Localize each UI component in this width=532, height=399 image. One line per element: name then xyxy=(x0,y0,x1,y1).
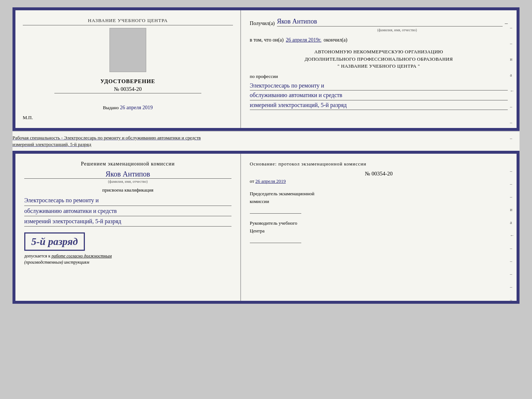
org-line1: АВТОНОМНУЮ НЕКОММЕРЧЕСКУЮ ОРГАНИЗАЦИЮ xyxy=(250,48,508,56)
admit-italic2: (производственным) инструкциям xyxy=(24,260,89,265)
org-text: АВТОНОМНУЮ НЕКОММЕРЧЕСКУЮ ОРГАНИЗАЦИЮ ДО… xyxy=(250,48,508,70)
admit-prefix: допускается к xyxy=(24,253,50,259)
chairman-label2: комиссии xyxy=(250,198,508,206)
cert-number: № 00354-20 xyxy=(54,86,201,93)
protocol-date-prefix: от xyxy=(250,178,254,184)
admit-italic: работе согласно должностным xyxy=(51,253,112,259)
issued-label: Выдано xyxy=(103,105,119,110)
rank-box: 5-й разряд xyxy=(24,232,85,251)
recipient-label: Получил(а) xyxy=(250,21,275,26)
profession-line2: обслуживанию автоматики и средств xyxy=(250,90,508,100)
recipient-dash: – xyxy=(505,20,508,26)
org-line2: ДОПОЛНИТЕЛЬНОГО ПРОФЕССИОНАЛЬНОГО ОБРАЗО… xyxy=(250,56,508,63)
director-sig-line xyxy=(250,236,301,243)
decision-text: Решением экаменационной комиссии xyxy=(24,161,231,167)
side-dashes: – – и а ← – – – xyxy=(510,25,514,141)
bottom-right-panel: Основание: протокол экзаменационной коми… xyxy=(241,154,517,301)
top-left-panel: НАЗВАНИЕ УЧЕБНОГО ЦЕНТРА УДОСТОВЕРЕНИЕ №… xyxy=(15,10,241,128)
director-label2: Центра xyxy=(250,227,508,235)
recipient-line: Получил(а) Яков Антипов – xyxy=(250,18,508,26)
qual-line2: обслуживанию автоматики и средств xyxy=(24,206,231,216)
protocol-date-line: от 26 апреля 2019 xyxy=(250,178,508,184)
recipient-sublabel: (фамилия, имя, отчество) xyxy=(287,28,508,32)
basis-text: Основание: протокол экзаменационной коми… xyxy=(250,161,508,167)
photo-placeholder xyxy=(109,28,146,72)
top-document: НАЗВАНИЕ УЧЕБНОГО ЦЕНТРА УДОСТОВЕРЕНИЕ №… xyxy=(12,7,520,131)
mp-label: М.П. xyxy=(23,115,33,121)
separator-section: Рабочая специальность - Электрослесарь п… xyxy=(12,132,520,151)
rank-text: 5-й разряд xyxy=(31,236,78,247)
admit-line: допускается к работе согласно должностны… xyxy=(24,253,231,266)
document-wrapper: НАЗВАНИЕ УЧЕБНОГО ЦЕНТРА УДОСТОВЕРЕНИЕ №… xyxy=(12,7,520,304)
top-center-title: НАЗВАНИЕ УЧЕБНОГО ЦЕНТРА xyxy=(23,18,233,25)
confirm-suffix: окончил(а) xyxy=(324,37,348,43)
top-right-panel: Получил(а) Яков Антипов – (фамилия, имя,… xyxy=(241,10,517,128)
org-line3: " НАЗВАНИЕ УЧЕБНОГО ЦЕНТРА " xyxy=(250,63,508,70)
confirm-line: в том, что он(а) 26 апреля 2019г. окончи… xyxy=(250,37,508,43)
person-sublabel: (фамилия, имя, отчество) xyxy=(24,179,231,184)
qualification-label: присвоена квалификация xyxy=(24,187,231,193)
bottom-left-panel: Решением экаменационной комиссии Яков Ан… xyxy=(15,154,241,301)
director-block: Руководитель учебного Центра xyxy=(250,220,508,243)
separator-line2: измерений электростанций, 5-й разряд xyxy=(12,141,520,148)
issued-date: 26 апреля 2019 xyxy=(120,105,153,110)
bottom-right-dashes: – – – и а ← – – – – – xyxy=(510,168,514,303)
bottom-document: Решением экаменационной комиссии Яков Ан… xyxy=(12,151,520,304)
profession-label: по профессии xyxy=(250,74,508,79)
qual-line1: Электрослесарь по ремонту и xyxy=(24,195,231,206)
confirm-prefix: в том, что он(а) xyxy=(250,37,284,43)
cert-title: УДОСТОВЕРЕНИЕ xyxy=(23,78,233,85)
qual-line3: измерений электростанций, 5-й разряд xyxy=(24,216,231,227)
issued-line: Выдано 26 апреля 2019 xyxy=(23,105,233,111)
chairman-label: Председатель экзаменационной xyxy=(250,190,508,198)
recipient-name: Яков Антипов xyxy=(277,18,503,26)
chairman-sig-line xyxy=(250,207,301,214)
profession-line1: Электрослесарь по ремонту и xyxy=(250,81,508,91)
separator-line1: Рабочая специальность - Электрослесарь п… xyxy=(12,135,520,141)
protocol-date: 26 апреля 2019 xyxy=(255,178,286,184)
chairman-block: Председатель экзаменационной комиссии xyxy=(250,190,508,214)
confirm-date: 26 апреля 2019г. xyxy=(286,37,321,43)
director-label: Руководитель учебного xyxy=(250,220,508,227)
person-name: Яков Антипов xyxy=(24,170,231,179)
profession-line3: измерений электростанций, 5-й разряд xyxy=(250,100,508,110)
protocol-number: № 00354-20 xyxy=(250,171,508,177)
